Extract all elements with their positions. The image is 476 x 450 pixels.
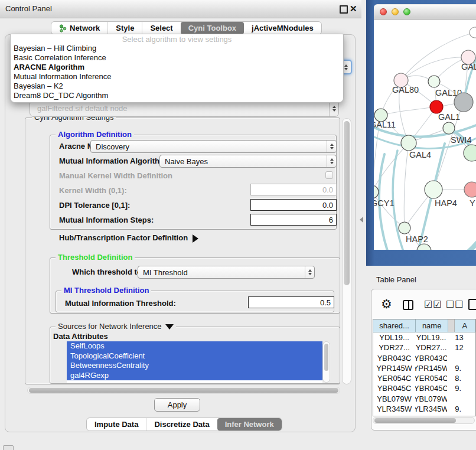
table-cell bbox=[447, 383, 453, 393]
control-panel-titlebar: Control Panel ✕ bbox=[0, 0, 361, 18]
mi-threshold-label: Mutual Information Threshold: bbox=[65, 299, 176, 308]
network-node-hap2[interactable] bbox=[399, 222, 410, 234]
tab-jactivemnodules[interactable]: jActiveMNodules bbox=[244, 22, 321, 34]
algorithm-menu-item[interactable]: Basic Correlation Inference bbox=[11, 53, 343, 63]
bottom-tab-discretize-data[interactable]: Discretize Data bbox=[146, 418, 217, 431]
which-threshold-combo[interactable]: MI Threshold bbox=[138, 266, 315, 279]
column-header[interactable]: A bbox=[455, 319, 475, 332]
apply-button-label: Apply bbox=[168, 400, 187, 409]
mi-type-value: Naive Bayes bbox=[160, 157, 327, 166]
data-attribute-item[interactable]: SelfLoops bbox=[67, 341, 322, 351]
network-edge[interactable] bbox=[404, 143, 409, 228]
data-attribute-item[interactable]: BetweennessCentrality bbox=[67, 361, 322, 371]
network-node[interactable] bbox=[470, 27, 476, 38]
network-node-label: HAP4 bbox=[435, 198, 457, 208]
apply-button[interactable]: Apply bbox=[154, 398, 200, 412]
float-window-icon[interactable] bbox=[340, 5, 348, 14]
attributes-scrollbar[interactable] bbox=[322, 341, 330, 383]
algorithm-menu-item[interactable]: Dream8 DC_TDC Algorithm bbox=[11, 91, 343, 100]
table-cell bbox=[447, 353, 453, 363]
panel-collapse-handle[interactable] bbox=[360, 217, 363, 223]
network-node-label: GAL bbox=[461, 62, 476, 71]
tab-select[interactable]: Select bbox=[142, 22, 180, 34]
file-icon[interactable] bbox=[468, 299, 476, 310]
threshold-definition-title: Threshold Definition bbox=[56, 253, 135, 262]
settings-horizontal-scrollbar-thumb[interactable] bbox=[29, 388, 338, 393]
chevron-down-icon bbox=[165, 324, 174, 330]
network-edge[interactable] bbox=[381, 107, 436, 115]
table-cell: YPR145W bbox=[373, 363, 415, 373]
kernel-width-field[interactable]: 0.0 bbox=[250, 184, 337, 195]
network-node-gal10[interactable] bbox=[428, 76, 440, 87]
zoom-traffic-light-icon[interactable] bbox=[403, 8, 410, 15]
app-root: Control Panel ✕ NetworkStyleSelectCyni T… bbox=[0, 0, 476, 450]
mi-steps-field[interactable]: 6 bbox=[250, 214, 337, 226]
network-node-gal4[interactable] bbox=[401, 135, 416, 151]
attributes-scrollbar-thumb[interactable] bbox=[324, 344, 328, 371]
network-canvas[interactable]: GALGAL80GAL10GAL1GAL11SWI4GAL4GCY1HAP4YH… bbox=[374, 19, 476, 250]
network-node-swi4[interactable] bbox=[443, 122, 455, 134]
algorithm-menu-item[interactable]: Mutual Information Inference bbox=[11, 72, 343, 81]
network-node-y[interactable] bbox=[464, 182, 476, 197]
tab-network[interactable]: Network bbox=[51, 22, 107, 34]
bottom-tab-impute-data[interactable]: Impute Data bbox=[87, 418, 146, 431]
network-node-hap4[interactable] bbox=[425, 181, 442, 198]
algorithm-menu-item[interactable]: Bayesian – K2 bbox=[11, 81, 343, 91]
tab-cyni-toolbox[interactable]: Cyni Toolbox bbox=[181, 22, 244, 34]
table-row[interactable]: YLR345WYLR345W9. bbox=[373, 404, 475, 414]
network-node[interactable] bbox=[454, 93, 473, 112]
dpi-tolerance-value: 0.0 bbox=[322, 201, 333, 210]
data-attribute-item[interactable]: TopologicalCoefficient bbox=[67, 351, 322, 361]
node-table[interactable]: shared...nameA YDL19...YDL19...13YDR27..… bbox=[373, 319, 476, 416]
network-window-titlebar[interactable] bbox=[374, 4, 476, 19]
mi-threshold-field[interactable]: 0.5 bbox=[248, 296, 334, 308]
table-horizontal-scrollbar-thumb[interactable] bbox=[374, 418, 456, 423]
column-header[interactable]: shared... bbox=[373, 319, 416, 332]
close-icon[interactable]: ✕ bbox=[350, 2, 357, 15]
hub-definition-toggle[interactable]: Hub/Transcription Factor Definition bbox=[59, 233, 198, 243]
dpi-tolerance-field[interactable]: 0.0 bbox=[250, 199, 337, 211]
bottom-tab-label: Infer Network bbox=[225, 420, 274, 429]
bottom-tab-infer-network[interactable]: Infer Network bbox=[217, 418, 282, 431]
columns-icon[interactable] bbox=[403, 300, 413, 310]
settings-vertical-scrollbar-thumb[interactable] bbox=[344, 121, 350, 285]
data-attribute-item[interactable]: gal4RGexp bbox=[67, 371, 322, 381]
table-cell: YLR345W bbox=[373, 404, 415, 414]
network-node-label: GAL80 bbox=[392, 85, 419, 94]
collapsed-panel-icon[interactable] bbox=[3, 445, 14, 450]
bottom-tab-label: Impute Data bbox=[94, 420, 138, 429]
table-row[interactable]: YDR27...YDR27...12 bbox=[373, 343, 475, 353]
network-edge-highlighted[interactable] bbox=[454, 238, 476, 250]
mi-type-combo[interactable]: Naive Bayes bbox=[159, 155, 337, 168]
table-cell bbox=[447, 394, 453, 404]
aracne-mode-combo[interactable]: Discovery bbox=[90, 140, 337, 153]
column-header[interactable]: name bbox=[416, 319, 448, 332]
table-row[interactable]: YIL052CYIL052C9 bbox=[373, 414, 475, 416]
table-row[interactable]: YDL19...YDL19...13 bbox=[373, 332, 475, 343]
table-horizontal-scrollbar[interactable] bbox=[373, 417, 475, 424]
settings-horizontal-scrollbar[interactable] bbox=[27, 387, 340, 394]
algorithm-menu-item[interactable]: Bayesian – Hill Climbing bbox=[11, 44, 343, 53]
hub-definition-label: Hub/Transcription Factor Definition bbox=[59, 233, 188, 242]
table-cell: YDL19... bbox=[373, 332, 415, 343]
sources-group-title[interactable]: Sources for Network Inference bbox=[56, 322, 176, 331]
table-row[interactable]: YBR043CYBR043C bbox=[373, 353, 475, 363]
table-cell: YLR345W bbox=[415, 404, 447, 414]
network-node-gcy1[interactable] bbox=[374, 185, 379, 198]
select-all-icon[interactable]: ☑☑ bbox=[424, 299, 442, 310]
close-traffic-light-icon[interactable] bbox=[380, 8, 387, 15]
network-graph[interactable]: GALGAL80GAL10GAL1GAL11SWI4GAL4GCY1HAP4YH… bbox=[374, 19, 476, 250]
network-node-gal1[interactable] bbox=[430, 100, 443, 113]
deselect-all-icon[interactable]: ☐☐ bbox=[446, 299, 464, 310]
table-row[interactable]: YER054CYER054C8. bbox=[373, 373, 475, 383]
algorithm-menu-item[interactable]: ARACNE Algorithm bbox=[11, 63, 343, 72]
network-node[interactable] bbox=[464, 145, 476, 161]
table-row[interactable]: YBR045CYBR045C9. bbox=[373, 383, 475, 393]
manual-kernel-checkbox[interactable] bbox=[325, 171, 333, 179]
settings-vertical-scrollbar[interactable] bbox=[342, 118, 351, 384]
table-row[interactable]: YPR145WYPR145W9. bbox=[373, 363, 475, 373]
minimize-traffic-light-icon[interactable] bbox=[392, 8, 399, 15]
tab-style[interactable]: Style bbox=[107, 22, 142, 34]
gear-icon[interactable]: ⚙ bbox=[381, 298, 392, 310]
table-row[interactable]: YBL079WYBL079W bbox=[373, 394, 475, 404]
